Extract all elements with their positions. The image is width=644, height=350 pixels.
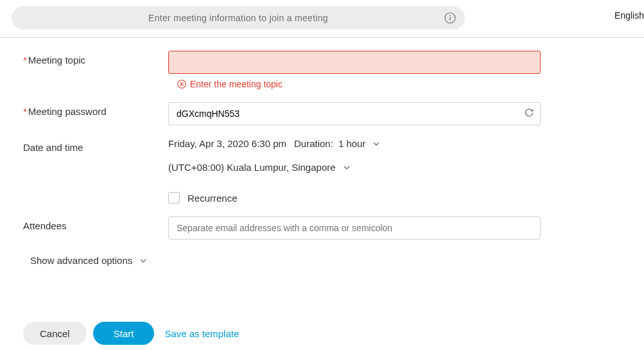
recurrence-checkbox[interactable] xyxy=(168,192,180,204)
cancel-button[interactable]: Cancel xyxy=(23,322,87,345)
row-attendees: Attendees xyxy=(23,216,621,240)
chevron-down-icon[interactable] xyxy=(342,163,351,172)
label-meeting-password: *Meeting password xyxy=(23,102,168,117)
chevron-down-icon xyxy=(139,256,148,265)
language-selector[interactable]: English xyxy=(614,10,644,21)
label-datetime-text: Date and time xyxy=(23,142,83,153)
info-icon[interactable] xyxy=(444,12,456,24)
join-meeting-search-input[interactable] xyxy=(12,6,465,30)
timezone-line: (UTC+08:00) Kuala Lumpur, Singapore xyxy=(168,162,541,173)
chevron-down-icon[interactable] xyxy=(372,139,381,148)
field-meeting-password xyxy=(168,102,541,125)
meeting-topic-input[interactable] xyxy=(168,51,541,74)
meeting-password-input[interactable] xyxy=(168,102,541,125)
svg-rect-2 xyxy=(449,17,450,21)
svg-point-1 xyxy=(449,15,451,17)
show-advanced-options-text: Show advanced options xyxy=(30,255,132,266)
label-attendees: Attendees xyxy=(23,216,168,231)
start-button[interactable]: Start xyxy=(93,322,155,345)
save-as-template-link[interactable]: Save as template xyxy=(164,328,239,339)
refresh-password-icon[interactable] xyxy=(524,108,534,120)
label-attendees-text: Attendees xyxy=(23,220,67,231)
duration-value[interactable]: 1 hour xyxy=(338,138,366,149)
required-marker: * xyxy=(23,55,27,66)
datetime-line: Friday, Apr 3, 2020 6:30 pm Duration: 1 … xyxy=(168,138,541,149)
schedule-form: *Meeting topic Enter the meeting topic *… xyxy=(0,38,644,266)
meeting-topic-error-text: Enter the meeting topic xyxy=(190,79,283,89)
footer-actions: Cancel Start Save as template xyxy=(23,322,239,345)
search-wrap xyxy=(12,6,465,30)
required-marker: * xyxy=(23,106,27,117)
label-datetime: Date and time xyxy=(23,138,168,153)
label-meeting-topic-text: Meeting topic xyxy=(28,55,85,66)
row-meeting-topic: *Meeting topic Enter the meeting topic xyxy=(23,51,621,89)
error-icon xyxy=(177,80,186,89)
top-bar: English xyxy=(0,0,644,37)
attendees-input[interactable] xyxy=(168,216,541,240)
show-advanced-options[interactable]: Show advanced options xyxy=(30,252,621,266)
recurrence-line: Recurrence xyxy=(168,192,541,204)
meeting-topic-error: Enter the meeting topic xyxy=(177,79,541,89)
duration-label: Duration: xyxy=(294,138,333,149)
recurrence-label: Recurrence xyxy=(187,193,238,204)
row-datetime: Date and time Friday, Apr 3, 2020 6:30 p… xyxy=(23,138,621,204)
field-attendees xyxy=(168,216,541,240)
datetime-value[interactable]: Friday, Apr 3, 2020 6:30 pm xyxy=(168,138,286,149)
timezone-value[interactable]: (UTC+08:00) Kuala Lumpur, Singapore xyxy=(168,162,336,173)
label-meeting-password-text: Meeting password xyxy=(28,106,107,117)
field-meeting-topic: Enter the meeting topic xyxy=(168,51,541,89)
row-meeting-password: *Meeting password xyxy=(23,102,621,125)
field-datetime: Friday, Apr 3, 2020 6:30 pm Duration: 1 … xyxy=(168,138,541,204)
label-meeting-topic: *Meeting topic xyxy=(23,51,168,66)
